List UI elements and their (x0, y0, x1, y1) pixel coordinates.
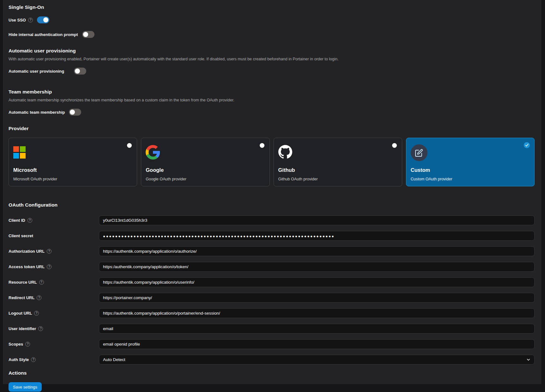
redirect-url-label: Redirect URL ? (9, 295, 99, 300)
provider-card-title: Microsoft (13, 167, 132, 173)
github-logo (278, 144, 397, 163)
oauth-settings-panel: Single Sign-On Use SSO ? Hide internal a… (3, 0, 541, 384)
auto-provisioning-description: With automatic user provisioning enabled… (9, 57, 535, 61)
authorization-url-input[interactable] (99, 246, 535, 256)
toggle-knob (75, 69, 80, 74)
team-membership-toggle[interactable] (69, 109, 81, 116)
provider-card-description: Github OAuth provider (278, 177, 397, 181)
auth-style-select[interactable]: Auto Detect (99, 355, 535, 365)
hide-internal-auth-toggle[interactable] (82, 31, 94, 38)
help-icon[interactable]: ? (38, 326, 43, 331)
scopes-row: Scopes ? (9, 339, 535, 349)
team-membership-heading: Team membership (9, 89, 535, 95)
access-token-url-input[interactable] (99, 262, 535, 272)
access-token-url-label: Access token URL ? (9, 264, 99, 269)
chevron-down-icon (526, 358, 530, 362)
client-id-row: Client ID ? (9, 215, 535, 225)
toggle-knob (83, 32, 88, 37)
auth-style-row: Auth Style ? Auto Detect (9, 355, 535, 365)
provider-card-description: Custom OAuth provider (411, 177, 530, 181)
user-identifier-input[interactable] (99, 324, 535, 334)
provider-card-google[interactable]: Google Google OAuth provider (141, 138, 269, 186)
auth-style-label: Auth Style ? (9, 357, 99, 362)
logout-url-label: Logout URL ? (9, 311, 99, 316)
save-settings-button[interactable]: Save settings (9, 382, 42, 392)
help-icon[interactable]: ? (31, 357, 36, 362)
logout-url-row: Logout URL ? (9, 308, 535, 318)
help-icon[interactable]: ? (47, 264, 51, 269)
team-membership-label: Automatic team membership (9, 110, 65, 115)
redirect-url-input[interactable] (99, 293, 535, 303)
provider-card-title: Custom (411, 167, 530, 173)
toggle-knob (70, 110, 75, 115)
help-icon[interactable]: ? (47, 249, 51, 254)
help-icon[interactable]: ? (37, 295, 41, 300)
actions-heading: Actions (9, 370, 535, 376)
use-sso-toggle[interactable] (37, 16, 49, 23)
team-membership-description: Automatic team membership synchronizes t… (9, 98, 535, 102)
provider-card-microsoft[interactable]: Microsoft Microsoft OAuth provider (9, 138, 137, 186)
team-membership-row: Automatic team membership (9, 109, 535, 116)
provider-card-description: Google OAuth provider (146, 177, 265, 181)
resource-url-label: Resource URL ? (9, 280, 99, 285)
use-sso-label: Use SSO ? (9, 18, 33, 22)
help-icon[interactable]: ? (34, 311, 39, 316)
provider-card-title: Github (278, 167, 397, 173)
auto-provisioning-row: Automatic user provisioning (9, 68, 535, 75)
user-identifier-row: User identifier ? (9, 324, 535, 334)
auto-provisioning-label: Automatic user provisioning (9, 69, 64, 74)
resource-url-input[interactable] (99, 277, 535, 287)
oauth-configuration-heading: OAuth Configuration (9, 202, 535, 208)
client-secret-input[interactable] (99, 231, 535, 241)
toggle-knob (43, 17, 48, 22)
use-sso-row: Use SSO ? (9, 16, 535, 23)
provider-heading: Provider (9, 126, 535, 131)
provider-card-title: Google (146, 167, 265, 173)
access-token-url-row: Access token URL ? (9, 262, 535, 272)
scopes-label: Scopes ? (9, 342, 99, 347)
hide-internal-auth-row: Hide internal authentication prompt (9, 31, 535, 38)
client-secret-row: Client secret (9, 231, 535, 241)
provider-cards: Microsoft Microsoft OAuth provider Googl… (9, 138, 535, 186)
client-id-input[interactable] (99, 215, 535, 225)
auth-style-selected-value: Auto Detect (103, 357, 125, 362)
hide-internal-auth-label: Hide internal authentication prompt (9, 32, 78, 37)
single-sign-on-heading: Single Sign-On (9, 4, 535, 10)
auto-provisioning-toggle[interactable] (74, 68, 86, 75)
scopes-input[interactable] (99, 339, 535, 349)
redirect-url-row: Redirect URL ? (9, 293, 535, 303)
authorization-url-label: Authorization URL ? (9, 249, 99, 254)
provider-card-description: Microsoft OAuth provider (13, 177, 132, 181)
client-secret-label: Client secret (9, 233, 99, 238)
authorization-url-row: Authorization URL ? (9, 246, 535, 256)
check-icon (524, 142, 530, 148)
user-identifier-label: User identifier ? (9, 326, 99, 331)
help-icon[interactable]: ? (28, 18, 33, 22)
microsoft-logo (13, 144, 132, 163)
google-logo (146, 144, 265, 163)
auto-provisioning-heading: Automatic user provisioning (9, 48, 535, 54)
help-icon[interactable]: ? (39, 280, 44, 285)
provider-card-github[interactable]: Github Github OAuth provider (274, 138, 402, 186)
provider-card-custom[interactable]: Custom Custom OAuth provider (406, 138, 535, 186)
resource-url-row: Resource URL ? (9, 277, 535, 287)
client-id-label: Client ID ? (9, 218, 99, 223)
logout-url-input[interactable] (99, 308, 535, 318)
edit-icon (411, 144, 530, 163)
help-icon[interactable]: ? (27, 218, 32, 223)
radio-unselected-icon[interactable] (260, 143, 264, 148)
radio-unselected-icon[interactable] (392, 143, 397, 148)
help-icon[interactable]: ? (25, 342, 30, 347)
